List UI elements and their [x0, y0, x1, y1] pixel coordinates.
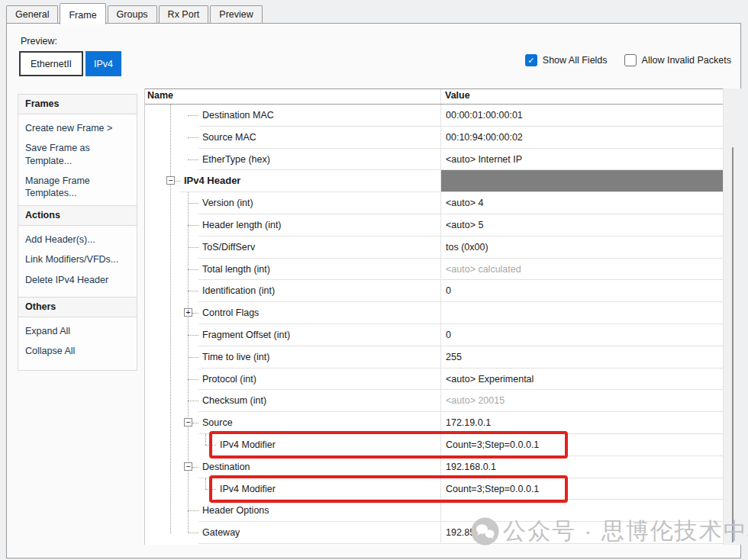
option-allow-invalid-packets[interactable]: Allow Invalid Packets: [624, 54, 731, 66]
field-name-cell[interactable]: Header length (int): [198, 214, 440, 237]
table-row[interactable]: Protocol (int)<auto> Experimental: [145, 369, 740, 391]
field-name-cell[interactable]: Source: [198, 412, 440, 434]
field-name-cell[interactable]: Source MAC: [198, 127, 440, 149]
field-value-cell[interactable]: <auto> Internet IP: [440, 149, 723, 171]
field-value-cell[interactable]: Count=3;Step=0.0.0.1: [440, 478, 723, 500]
tab-general[interactable]: General: [6, 5, 58, 24]
table-row[interactable]: EtherType (hex)<auto> Internet IP: [145, 149, 740, 171]
vertical-scrollbar[interactable]: [732, 147, 733, 542]
field-name-cell[interactable]: Version (int): [198, 192, 440, 214]
table-row[interactable]: Fragment Offset (int)0: [145, 324, 740, 346]
table-row[interactable]: IPv4 ModifierCount=3;Step=0.0.0.1: [145, 478, 740, 500]
table-row[interactable]: Source MAC00:10:94:00:00:02: [145, 127, 740, 149]
sidebar-item-add-header-s[interactable]: Add Header(s)...: [25, 233, 130, 246]
field-name-cell[interactable]: EtherType (hex): [198, 149, 440, 171]
tree-branch-line: [188, 115, 198, 116]
field-value-cell[interactable]: <auto> 20015: [440, 390, 723, 412]
field-name-cell[interactable]: Protocol (int): [198, 369, 440, 391]
sidebar-item-create-new-frame[interactable]: Create new Frame >: [25, 122, 130, 134]
sidebar-item-manage-frame-templates[interactable]: Manage Frame Templates...: [25, 175, 130, 200]
field-value-cell[interactable]: <auto> 5: [440, 214, 723, 237]
sidebar-item-delete-ipv4-header[interactable]: Delete IPv4 Header: [25, 274, 130, 286]
field-name-cell[interactable]: IPv4 Modifier: [216, 434, 440, 456]
field-value-cell[interactable]: <auto> calculated: [440, 259, 723, 281]
preview-segment-ethernetii[interactable]: EthernetII: [19, 51, 83, 76]
table-row[interactable]: Identification (int)0: [145, 280, 740, 302]
column-header-value: Value: [445, 90, 470, 101]
table-row[interactable]: Header Options: [145, 500, 740, 522]
tab-rx-port[interactable]: Rx Port: [159, 5, 209, 24]
table-row[interactable]: Time to live (int)255: [145, 346, 740, 369]
field-value-cell[interactable]: Count=3;Step=0.0.0.1: [440, 434, 723, 456]
field-value-cell[interactable]: 192.168.0.1: [440, 456, 723, 478]
field-value-cell[interactable]: [440, 302, 723, 324]
field-value-cell[interactable]: <auto> 4: [440, 192, 723, 214]
preview-segment-ipv4[interactable]: IPv4: [85, 51, 121, 76]
field-value-cell[interactable]: 255: [440, 346, 723, 369]
tab-bar: GeneralFrameGroupsRx PortPreview: [0, 0, 748, 24]
field-value-cell[interactable]: tos (0x00): [440, 237, 723, 259]
field-value-cell[interactable]: 172.19.0.1: [440, 412, 723, 434]
tree-branch-line: [188, 203, 198, 204]
tab-frame[interactable]: Frame: [60, 3, 105, 24]
collapse-toggle-icon[interactable]: −: [166, 176, 175, 185]
table-row[interactable]: Gateway192.85.1.1: [145, 522, 740, 544]
table-row[interactable]: IPv4 ModifierCount=3;Step=0.0.0.1: [145, 434, 740, 456]
table-row[interactable]: Total length (int)<auto> calculated: [145, 259, 740, 281]
tree-branch-line: [188, 159, 198, 160]
sidebar-group-body: Expand AllCollapse All: [18, 317, 137, 370]
table-row[interactable]: Source172.19.0.1−: [145, 412, 740, 434]
field-name-cell[interactable]: Control Flags: [198, 302, 440, 324]
field-name-cell[interactable]: Time to live (int): [198, 346, 440, 369]
table-row[interactable]: Destination MAC00:00:01:00:00:01: [145, 105, 740, 127]
option-show-all-fields[interactable]: ✓Show All Fields: [525, 54, 608, 66]
table-row[interactable]: Destination192.168.0.1−: [145, 456, 740, 478]
field-value-cell[interactable]: [440, 170, 723, 192]
field-value-cell[interactable]: 0: [440, 324, 723, 346]
field-options: ✓Show All FieldsAllow Invalid Packets: [525, 54, 731, 66]
field-name-cell[interactable]: Identification (int): [198, 280, 440, 302]
field-name-cell[interactable]: Checksum (int): [198, 390, 440, 412]
option-label: Show All Fields: [543, 55, 608, 66]
table-row[interactable]: Control Flags+: [145, 302, 740, 324]
sidebar-group-actions: ActionsAdd Header(s)...Link Modifiers/VF…: [18, 205, 137, 299]
field-name-cell[interactable]: ToS/DiffServ: [198, 237, 440, 259]
field-name-cell[interactable]: Fragment Offset (int): [198, 324, 440, 346]
tree-branch-line: [192, 423, 198, 423]
collapse-toggle-icon[interactable]: −: [184, 462, 192, 471]
sidebar-item-save-frame-as-template[interactable]: Save Frame as Template...: [25, 142, 130, 167]
tree-branch-line: [188, 137, 198, 138]
collapse-toggle-icon[interactable]: −: [184, 418, 192, 426]
field-name-cell[interactable]: IPv4 Modifier: [216, 478, 440, 500]
field-value-cell[interactable]: [440, 500, 723, 522]
field-name-cell[interactable]: Header Options: [198, 500, 440, 522]
field-value-cell[interactable]: 00:00:01:00:00:01: [440, 105, 723, 127]
field-value-cell[interactable]: <auto> Experimental: [440, 369, 723, 391]
sidebar-item-expand-all[interactable]: Expand All: [25, 325, 130, 337]
expand-toggle-icon[interactable]: +: [184, 308, 192, 317]
table-row[interactable]: ToS/DiffServtos (0x00): [145, 237, 740, 259]
unchecked-checkbox[interactable]: [624, 54, 637, 66]
table-row[interactable]: Version (int)<auto> 4: [145, 192, 740, 214]
sidebar-group-body: Add Header(s)...Link Modifiers/VFDs...De…: [18, 226, 137, 298]
tab-preview[interactable]: Preview: [210, 5, 262, 24]
field-value-cell[interactable]: 00:10:94:00:00:02: [440, 127, 723, 149]
tree-branch-line: [188, 335, 198, 336]
sidebar-item-link-modifiers-vfds[interactable]: Link Modifiers/VFDs...: [25, 253, 130, 266]
field-name-cell[interactable]: Destination: [198, 456, 440, 478]
table-row[interactable]: Header length (int)<auto> 5: [145, 214, 740, 237]
field-value-cell[interactable]: 192.85.1.1: [440, 522, 723, 544]
table-row[interactable]: Checksum (int)<auto> 20015: [145, 390, 740, 412]
field-name-cell[interactable]: Total length (int): [198, 259, 440, 281]
table-header: Name Value: [145, 89, 740, 105]
field-name-cell[interactable]: Destination MAC: [198, 105, 440, 127]
sidebar-item-collapse-all[interactable]: Collapse All: [25, 345, 130, 357]
field-value-cell[interactable]: 0: [440, 280, 723, 302]
tree-branch-line: [192, 467, 198, 468]
field-name-cell[interactable]: Gateway: [198, 522, 440, 544]
checked-checkbox[interactable]: ✓: [525, 54, 537, 66]
tab-groups[interactable]: Groups: [108, 5, 157, 24]
tree-branch-line: [188, 379, 198, 380]
table-row[interactable]: IPv4 Header−: [145, 170, 740, 192]
field-name-cell[interactable]: IPv4 Header: [180, 170, 440, 192]
